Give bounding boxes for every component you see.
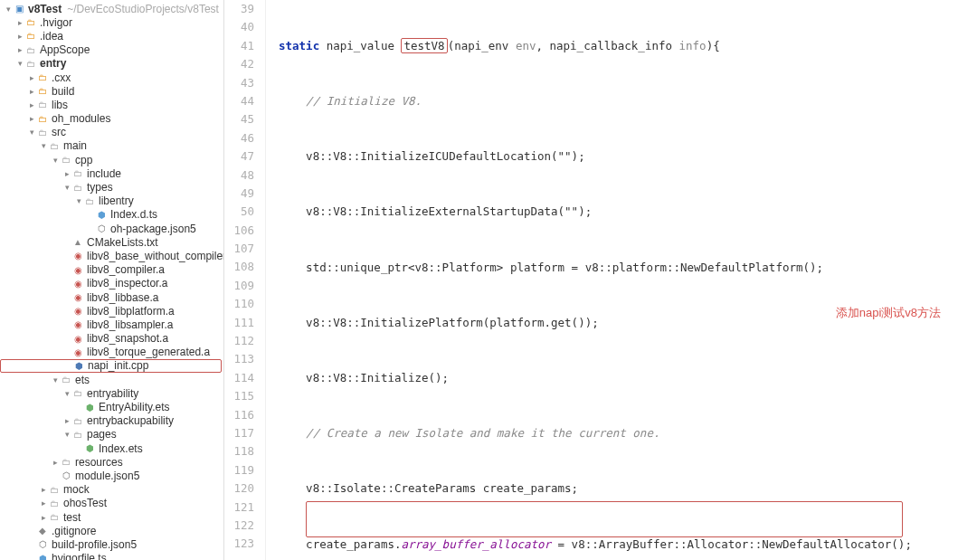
expand-arrow-icon[interactable]: ▾ xyxy=(51,375,60,384)
tree-item[interactable]: ▸🗀oh_modules xyxy=(0,112,223,126)
tree-item-label: oh-package.json5 xyxy=(110,223,196,235)
line-number[interactable]: 46 xyxy=(224,129,254,147)
line-number[interactable]: 107 xyxy=(224,240,254,258)
tree-item[interactable]: ◉libv8_libplatform.a xyxy=(0,304,223,318)
tree-item[interactable]: ◉libv8_base_without_compiler.a xyxy=(0,249,223,262)
line-number[interactable]: 112 xyxy=(224,332,254,350)
tree-item[interactable]: ▾🗀pages xyxy=(0,428,223,441)
tree-item[interactable]: ⬢Index.d.ts xyxy=(0,208,223,222)
tree-item[interactable]: ⬡oh-package.json5 xyxy=(0,222,223,235)
expand-arrow-icon[interactable]: ▾ xyxy=(62,183,71,192)
tree-item[interactable]: ◆.gitignore xyxy=(0,524,223,537)
tree-item[interactable]: ▸🗀build xyxy=(0,84,223,98)
expand-arrow-icon[interactable]: ▾ xyxy=(51,156,60,165)
expand-arrow-icon[interactable]: ▾ xyxy=(4,5,13,14)
tree-item[interactable]: ▲CMakeLists.txt xyxy=(0,235,223,249)
expand-arrow-icon[interactable]: ▾ xyxy=(15,59,24,68)
expand-arrow-icon[interactable]: ▸ xyxy=(39,513,48,522)
line-number[interactable]: 108 xyxy=(224,258,254,276)
expand-arrow-icon[interactable]: ▸ xyxy=(27,114,36,123)
expand-arrow-icon[interactable]: ▸ xyxy=(27,100,36,109)
expand-arrow-icon[interactable]: ▸ xyxy=(15,18,24,27)
project-tree[interactable]: ▾▣v8Test~/DevEcoStudioProjects/v8Test▸🗀.… xyxy=(0,0,224,560)
expand-arrow-icon[interactable]: ▾ xyxy=(62,389,71,398)
tree-item[interactable]: ▸🗀resources xyxy=(0,455,223,469)
line-number[interactable]: 47 xyxy=(224,147,254,166)
line-number[interactable]: 50 xyxy=(224,203,254,221)
expand-arrow-icon[interactable]: ▸ xyxy=(15,45,24,54)
line-number[interactable]: 118 xyxy=(224,442,254,460)
tree-item[interactable]: ▸🗀AppScope xyxy=(0,43,223,57)
line-number[interactable]: 45 xyxy=(224,110,254,128)
line-number[interactable]: 113 xyxy=(224,350,254,368)
tree-item[interactable]: ▾▣v8Test~/DevEcoStudioProjects/v8Test xyxy=(0,2,223,15)
tree-item[interactable]: ▾🗀src xyxy=(0,126,223,139)
tree-item[interactable]: ▸🗀entrybackupability xyxy=(0,414,223,428)
tree-item[interactable]: ▸🗀.hvigor xyxy=(0,15,223,29)
line-number[interactable]: 39 xyxy=(224,0,254,18)
tree-item[interactable]: ⬢EntryAbility.ets xyxy=(0,400,223,413)
expand-arrow-icon[interactable]: ▾ xyxy=(39,141,48,150)
line-number[interactable]: 44 xyxy=(224,92,254,110)
line-number[interactable]: 109 xyxy=(224,277,254,295)
tree-item[interactable]: ▾🗀main xyxy=(0,139,223,153)
expand-arrow-icon[interactable]: ▸ xyxy=(62,169,71,178)
expand-arrow-icon[interactable]: ▾ xyxy=(74,196,83,205)
tree-item[interactable]: ◉libv8_compiler.a xyxy=(0,263,223,277)
tree-item[interactable]: ▾🗀ets xyxy=(0,373,223,386)
line-number[interactable]: 122 xyxy=(224,517,254,535)
tree-item[interactable]: ⬡build-profile.json5 xyxy=(0,537,223,551)
tree-item[interactable]: ⬡module.json5 xyxy=(0,469,223,482)
line-number[interactable]: 120 xyxy=(224,479,254,498)
tree-item[interactable]: ◉libv8_torque_generated.a xyxy=(0,346,223,359)
line-number[interactable]: 119 xyxy=(224,461,254,479)
line-number[interactable]: 111 xyxy=(224,314,254,332)
line-number[interactable]: 110 xyxy=(224,295,254,313)
tree-item[interactable]: ▸🗀mock xyxy=(0,483,223,497)
line-number[interactable]: 115 xyxy=(224,387,254,405)
tree-item[interactable]: ⬢napi_init.cpp xyxy=(0,359,222,373)
tree-item[interactable]: ▸🗀include xyxy=(0,166,223,180)
line-number[interactable]: 106 xyxy=(224,222,254,240)
tree-item[interactable]: ⬢hvigorfile.ts xyxy=(0,552,223,561)
line-number[interactable]: 121 xyxy=(224,498,254,517)
tree-item[interactable]: ▸🗀ohosTest xyxy=(0,497,223,510)
expand-arrow-icon[interactable]: ▸ xyxy=(15,32,24,41)
line-number[interactable]: 123 xyxy=(224,535,254,553)
expand-arrow-icon[interactable]: ▾ xyxy=(62,430,71,439)
line-number[interactable]: 42 xyxy=(224,55,254,73)
code-area[interactable]: static napi_value testV8(napi_env env, n… xyxy=(266,0,977,560)
tree-item-label: libv8_torque_generated.a xyxy=(87,346,210,358)
tree-item[interactable]: ▾🗀entryability xyxy=(0,386,223,400)
tree-item[interactable]: ▾🗀types xyxy=(0,180,223,194)
tree-item[interactable]: ◉libv8_snapshot.a xyxy=(0,332,223,346)
line-number[interactable]: 43 xyxy=(224,74,254,92)
tree-item[interactable]: ◉libv8_inspector.a xyxy=(0,277,223,290)
tree-item[interactable]: ◉libv8_libbase.a xyxy=(0,290,223,304)
line-number[interactable]: 48 xyxy=(224,166,254,185)
line-number[interactable]: 116 xyxy=(224,406,254,424)
tree-item[interactable]: ▸🗀libs xyxy=(0,98,223,111)
line-number[interactable]: 117 xyxy=(224,424,254,442)
tree-item[interactable]: ▾🗀entry xyxy=(0,57,223,71)
expand-arrow-icon[interactable]: ▾ xyxy=(27,128,36,137)
expand-arrow-icon[interactable]: ▸ xyxy=(27,87,36,96)
tree-item[interactable]: ⬢Index.ets xyxy=(0,441,223,455)
tree-item[interactable]: ▸🗀test xyxy=(0,510,223,524)
expand-arrow-icon[interactable]: ▸ xyxy=(39,485,48,494)
expand-arrow-icon[interactable]: ▸ xyxy=(51,458,60,467)
line-number[interactable]: 40 xyxy=(224,18,254,36)
expand-arrow-icon[interactable]: ▸ xyxy=(62,416,71,425)
expand-arrow-icon[interactable]: ▸ xyxy=(27,73,36,82)
tree-item[interactable]: ▾🗀libentry xyxy=(0,195,223,208)
line-number[interactable]: 41 xyxy=(224,37,254,55)
line-number[interactable]: 49 xyxy=(224,185,254,203)
tree-item[interactable]: ◉libv8_libsampler.a xyxy=(0,318,223,331)
line-number[interactable]: 114 xyxy=(224,369,254,387)
tree-item[interactable]: ▸🗀.cxx xyxy=(0,71,223,84)
tree-item[interactable]: ▸🗀.idea xyxy=(0,29,223,43)
tree-item[interactable]: ▾🗀cpp xyxy=(0,153,223,166)
code-editor[interactable]: 3940414243444546474849501061071081091101… xyxy=(224,0,977,560)
expand-arrow-icon[interactable]: ▸ xyxy=(39,498,48,508)
file-a-icon: ◉ xyxy=(71,332,84,345)
